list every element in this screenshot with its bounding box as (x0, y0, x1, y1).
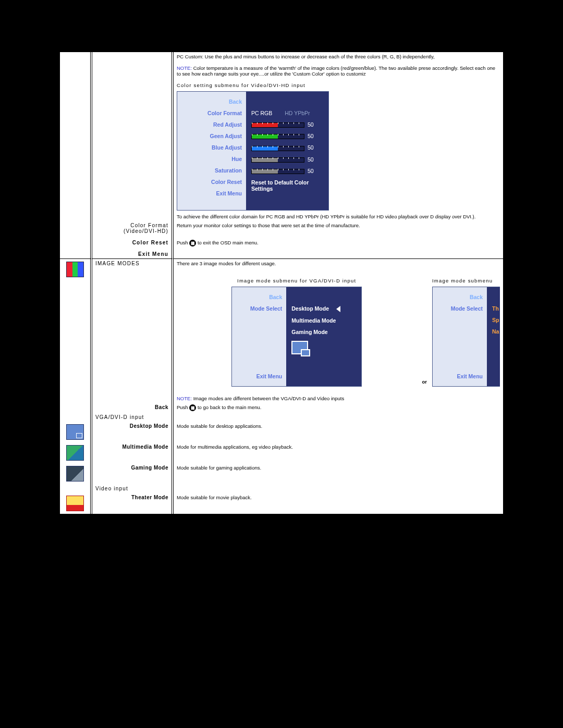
label-exit-menu: Exit Menu (95, 251, 168, 257)
menu-button-icon: ▦ (189, 404, 196, 411)
desktop-icon (66, 424, 84, 440)
label-vga-input-header: VGA/DVI-D input (92, 413, 174, 422)
osd3-exit: Exit Menu (437, 371, 483, 382)
menu-button-icon: ▦ (189, 240, 196, 246)
reset-text: Reset to Default Color Settings (251, 177, 323, 194)
image-modes-icon (66, 262, 84, 277)
osd2-mode-select: Mode Select (236, 303, 282, 314)
osd-color-format: Color Format (181, 107, 242, 119)
achieve-text: To achieve the different color domain fo… (177, 214, 500, 219)
label-back: Back (92, 403, 174, 413)
osd-back: Back (181, 96, 242, 107)
theater-icon (66, 496, 84, 511)
osd-hue: Hue (181, 153, 242, 165)
osd-image-mode-other: Back Mode Select Exit Menu Th Sp Na (432, 287, 500, 387)
arrow-left-icon (336, 306, 340, 312)
label-multimedia-mode: Multimedia Mode (92, 442, 174, 463)
cap-vga: Image mode submenu for VGA/DVI-D input (177, 278, 417, 283)
label-video-input-header: Video input (92, 484, 174, 493)
label-theater-mode: Theater Mode (92, 493, 174, 514)
osd2-exit: Exit Menu (236, 371, 282, 382)
desktop-mode-icon (291, 341, 308, 354)
osd-image-mode-vga: Back Mode Select Exit Menu Desktop Mode … (231, 287, 362, 387)
modes-note: NOTE: Image modes are different between … (177, 396, 500, 401)
blue-slider (251, 146, 304, 151)
label-color-format-sub: (Video/DVI-HD) (95, 228, 168, 234)
pc-custom-text: PC Custom: Use the plus and minus button… (177, 54, 500, 59)
note-color-temp: NOTE: Color temperature is a measure of … (177, 65, 500, 77)
osd2-back: Back (236, 291, 282, 303)
gaming-icon (66, 466, 84, 482)
or-text: or (422, 379, 427, 390)
hue-slider (251, 157, 304, 163)
red-slider (251, 122, 304, 128)
label-desktop-mode: Desktop Mode (92, 422, 174, 442)
osd3-back: Back (437, 291, 483, 303)
back-desc: Push ▦ to go back to the main menu. (174, 403, 503, 413)
label-image-modes: IMAGE MODES (92, 259, 174, 403)
color-format-desc: Return your monitor color settings to th… (177, 223, 500, 228)
label-gaming-mode: Gaming Mode (92, 463, 174, 484)
sat-slider (251, 169, 304, 174)
theater-desc: Mode suitable for movie playback. (174, 493, 503, 514)
osd-reset: Color Reset (181, 176, 242, 188)
osd-blue: Blue Adjust (181, 142, 242, 153)
osd-color-settings: Back Color Format Red Adjust Geen Adjust… (177, 91, 329, 211)
osd-green: Geen Adjust (181, 130, 242, 142)
submenu-title-color: Color setting submenu for Video/DVI-HD i… (177, 82, 500, 88)
green-slider (251, 134, 304, 139)
osd3-mode-select: Mode Select (437, 303, 483, 314)
modes-intro: There are 3 image modes for different us… (177, 261, 500, 266)
cap-other: Image mode submenu (432, 278, 500, 283)
osd-exit: Exit Menu (181, 188, 242, 199)
push-exit-text: Push ▦ to exit the OSD main menu. (177, 240, 500, 246)
label-color-format: Color Format (95, 223, 168, 228)
label-color-reset: Color Reset (95, 240, 168, 245)
osd-red: Red Adjust (181, 119, 242, 130)
osd-sat: Saturation (181, 165, 242, 176)
multi-desc: Mode for multimedia applications, eg vid… (174, 442, 503, 463)
desktop-desc: Mode suitable for desktop applications. (174, 422, 503, 442)
multimedia-icon (66, 445, 84, 461)
game-desc: Mode suitable for gaming applications. (174, 463, 503, 484)
